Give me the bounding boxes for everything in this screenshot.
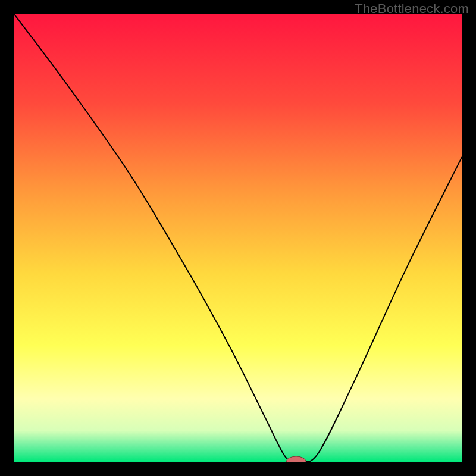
plot-area	[14, 14, 462, 462]
chart-container: TheBottleneck.com	[0, 0, 476, 476]
gradient-background	[14, 14, 462, 462]
watermark-text: TheBottleneck.com	[355, 1, 469, 17]
